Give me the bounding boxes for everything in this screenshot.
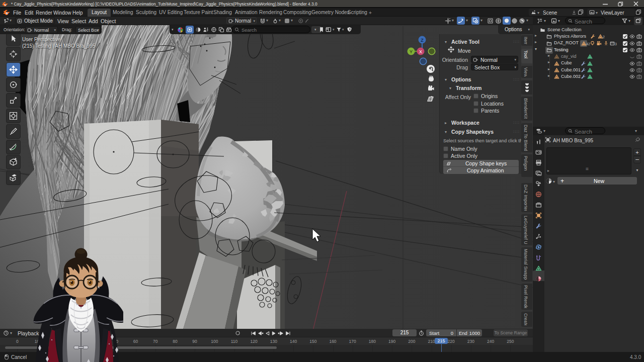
svg-text:Z: Z bbox=[421, 38, 424, 43]
svg-text:Y: Y bbox=[410, 49, 413, 54]
svg-text:X: X bbox=[419, 49, 422, 54]
